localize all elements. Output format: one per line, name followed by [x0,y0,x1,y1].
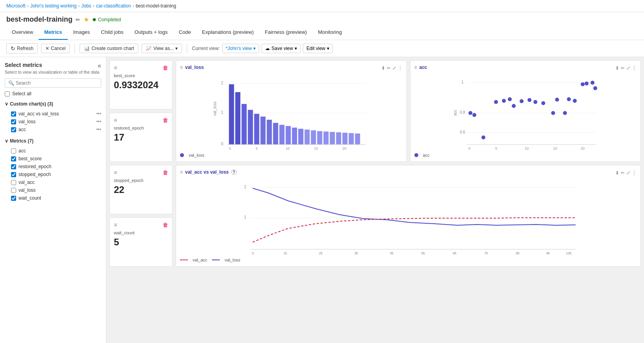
current-view: Current view: *John's view ▾ ☁ Save view… [192,44,333,53]
list-item[interactable]: acc ••• [5,126,101,133]
tab-metrics[interactable]: Metrics [39,25,68,40]
breadcrumb-current: best-model-training [135,3,176,9]
chart-drag-icon[interactable]: ≡ [180,65,183,70]
more-icon-2[interactable]: ••• [96,127,101,132]
more-icon-1[interactable]: ••• [96,119,101,124]
more-options-icon2[interactable]: ⋮ [632,65,637,71]
drag-handle4[interactable]: ≡ [114,222,117,228]
list-item[interactable]: val_acc [5,178,101,186]
custom-chart-checkbox-2[interactable] [11,127,16,132]
list-item[interactable]: wait_count [5,194,101,202]
chart-title-val-acc-vs-val-loss: ≡ val_acc vs val_loss ? [180,169,237,175]
list-item[interactable]: stopped_epoch [5,171,101,178]
refresh-button[interactable]: ↻ Refresh [6,43,38,54]
chevron-down-icon3: ▾ [295,46,297,51]
delete-icon[interactable]: 🗑 [163,65,168,71]
select-all-row[interactable]: Select all [5,91,101,96]
chart-drag-icon3[interactable]: ≡ [180,169,183,175]
tab-child-jobs[interactable]: Child jobs [95,25,129,40]
chart-title-acc: ≡ acc [414,65,427,70]
more-icon-0[interactable]: ••• [96,111,101,117]
list-item[interactable]: acc [5,147,101,155]
metric-checkbox-val-loss[interactable] [11,188,16,193]
download-icon3[interactable]: ⬇ [615,170,619,176]
svg-rect-17 [292,128,297,145]
metric-checkbox-stopped-epoch[interactable] [11,172,16,177]
list-item[interactable]: val_loss ••• [5,118,101,126]
custom-chart-checkbox-1[interactable] [11,119,16,124]
metrics-header[interactable]: ∨ Metrics (7) [5,137,101,145]
delete-icon3[interactable]: 🗑 [163,169,168,176]
custom-chart-checkbox-0[interactable] [11,111,16,117]
left-panel: Select metrics « Select to view as visua… [0,57,106,343]
list-item[interactable]: best_score [5,155,101,163]
svg-point-53 [541,101,545,105]
edit-view-button[interactable]: Edit view ▾ [303,44,333,53]
svg-text:1k: 1k [284,251,288,255]
tab-code[interactable]: Code [173,25,197,40]
cancel-button[interactable]: ✕ Cancel [41,44,70,53]
metric-checkbox-wait-count[interactable] [11,196,16,201]
more-options-icon[interactable]: ⋮ [398,65,403,71]
card-label-best-score: best_score [114,73,168,78]
chevron-down-icon2: ▾ [253,46,256,51]
view-name-button[interactable]: *John's view ▾ [222,44,259,53]
expand-icon[interactable]: ⤢ [392,65,396,71]
charts-grid: ≡ 🗑 best_score 0.9332024 ≡ val_loss ⬇ ✏ [106,57,644,270]
card-value-best-score: 0.9332024 [114,80,168,91]
breadcrumb-car-classification[interactable]: car-classification [96,3,131,9]
select-all-label: Select all [12,91,32,96]
metric-checkbox-val-acc[interactable] [11,180,16,185]
svg-rect-11 [254,114,259,145]
svg-point-56 [563,111,567,115]
list-item[interactable]: val_loss [5,186,101,194]
svg-point-57 [567,97,571,101]
tab-fairness[interactable]: Fairness (preview) [259,25,312,40]
list-item[interactable]: restored_epoch [5,163,101,171]
svg-point-46 [494,100,498,104]
collapse-panel-icon[interactable]: « [98,62,101,69]
collapse-arrow-custom: ∨ [5,101,8,107]
drag-handle2[interactable]: ≡ [114,117,117,123]
select-all-checkbox[interactable] [5,91,10,96]
edit-chart-icon3[interactable]: ✏ [621,170,625,176]
delete-icon2[interactable]: 🗑 [163,117,168,123]
metric-checkbox-acc[interactable] [11,148,16,154]
breadcrumb-workspace[interactable]: John's testing working [30,3,77,9]
drag-handle3[interactable]: ≡ [114,169,117,176]
edit-chart-icon[interactable]: ✏ [387,65,391,71]
tab-images[interactable]: Images [68,25,96,40]
custom-charts-label: Custom chart(s) (3) [10,101,53,107]
metric-checkbox-best-score[interactable] [11,156,16,161]
edit-icon[interactable]: ✏ [76,17,80,23]
tab-monitoring[interactable]: Monitoring [312,25,347,40]
card-val-acc-vs-val-loss: ≡ val_acc vs val_loss ? ⬇ ✏ ⤢ ⋮ 2 [176,165,641,267]
tab-bar: Overview Metrics Images Child jobs Outpu… [0,25,644,40]
breadcrumb-microsoft[interactable]: Microsoft [6,3,26,9]
search-input[interactable] [16,80,98,86]
more-options-icon3[interactable]: ⋮ [632,170,637,176]
svg-rect-23 [330,132,335,145]
tab-overview[interactable]: Overview [6,25,39,40]
chart-drag-icon2[interactable]: ≡ [414,65,417,70]
save-view-button[interactable]: ☁ Save view ▾ [262,44,301,53]
star-icon[interactable]: ★ [84,16,89,23]
breadcrumb-jobs[interactable]: Jobs [81,3,91,9]
view-as-button[interactable]: 📈 View as... ▾ [141,44,182,53]
expand-icon3[interactable]: ⤢ [626,170,630,176]
card-value-restored-epoch: 17 [114,132,168,143]
drag-handle[interactable]: ≡ [114,65,117,71]
custom-charts-header[interactable]: ∨ Custom chart(s) (3) [5,100,101,108]
metric-checkbox-restored-epoch[interactable] [11,164,16,169]
list-item[interactable]: val_acc vs val_loss ••• [5,110,101,118]
download-icon2[interactable]: ⬇ [615,65,619,71]
expand-icon2[interactable]: ⤢ [626,65,630,71]
svg-point-51 [527,98,531,102]
help-icon[interactable]: ? [231,169,237,175]
download-icon[interactable]: ⬇ [381,65,385,71]
delete-icon4[interactable]: 🗑 [163,222,168,228]
tab-explanations[interactable]: Explanations (preview) [197,25,260,40]
tab-outputs-logs[interactable]: Outputs + logs [129,25,173,40]
edit-chart-icon2[interactable]: ✏ [621,65,625,71]
create-chart-button[interactable]: 📊 Create custom chart [80,44,138,53]
